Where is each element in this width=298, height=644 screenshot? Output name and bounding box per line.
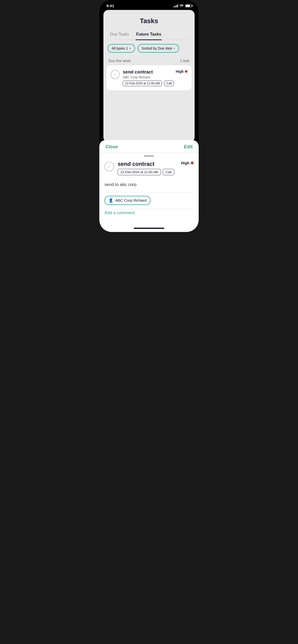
priority-dot-icon xyxy=(191,162,194,164)
sheet-date-tag: 22-Feb-2024 at 11:00 AM xyxy=(118,169,161,175)
close-button[interactable]: Close xyxy=(105,144,118,150)
task-checkbox[interactable]: ✓ xyxy=(111,70,120,79)
person-icon: 👤 xyxy=(109,198,113,203)
tab-due-tasks[interactable]: Due Tasks xyxy=(110,30,129,40)
signal-icon xyxy=(173,4,178,7)
status-bar: 9:41 xyxy=(99,0,199,10)
tabs-row: Due Tasks Future Tasks xyxy=(109,30,189,40)
status-icons xyxy=(173,4,192,8)
contact-chip[interactable]: 👤 ABC Corp Richard xyxy=(104,196,151,205)
sheet-task-title: send contract xyxy=(118,161,154,167)
priority-dot-icon xyxy=(185,70,187,73)
filter-row: All types 1 ▾ Sorted by Due date ▾ xyxy=(103,44,195,57)
contact-name: ABC Corp Richard xyxy=(115,198,146,202)
add-comment-button[interactable]: Add a comment xyxy=(104,209,194,221)
sheet-task-info: send contract High 22-Feb-2024 at 11:00 … xyxy=(118,161,194,175)
task-date-tag: 22-Feb-2024 at 11:00 AM xyxy=(123,81,162,86)
home-bar xyxy=(134,228,164,229)
task-priority: High xyxy=(176,69,187,74)
sheet-bottom-divider xyxy=(104,192,194,192)
task-company: ABC Corp Richard xyxy=(123,75,187,79)
wifi-icon xyxy=(180,4,184,8)
sheet-tags: 22-Feb-2024 at 11:00 AM Call xyxy=(118,169,194,175)
time-display: 9:41 xyxy=(106,4,114,8)
battery-icon xyxy=(185,4,192,7)
home-indicator xyxy=(99,226,199,232)
section-count: 1 task xyxy=(180,59,189,63)
type-filter-button[interactable]: All types 1 ▾ xyxy=(107,44,135,53)
task-title: send contract xyxy=(123,69,153,75)
task-type-tag: Call xyxy=(164,81,174,86)
sort-filter-button[interactable]: Sorted by Due date ▾ xyxy=(138,44,179,53)
sheet-checkbox[interactable]: ✓ xyxy=(104,162,114,171)
check-icon: ✓ xyxy=(114,72,117,77)
task-card[interactable]: ✓ send contract High ABC Corp Richard xyxy=(106,65,192,90)
page-title: Tasks xyxy=(109,17,189,25)
chevron-down-icon: ▾ xyxy=(129,47,131,50)
sheet-action-row: Close Edit xyxy=(99,140,199,153)
task-content: send contract High ABC Corp Richard 22-F… xyxy=(123,69,187,86)
drag-handle[interactable] xyxy=(144,155,154,157)
chevron-down-icon: ▾ xyxy=(173,47,175,50)
tasks-panel: Tasks Due Tasks Future Tasks All types 1… xyxy=(103,10,195,142)
sheet-priority: High xyxy=(181,161,194,165)
section-header: Due this week 1 task xyxy=(103,57,195,65)
sheet-content: ✓ send contract High 22-Feb-2024 at 11:0… xyxy=(99,161,199,226)
sheet-type-tag: Call xyxy=(163,169,174,175)
check-icon: ✓ xyxy=(107,164,111,169)
tab-future-tasks[interactable]: Future Tasks xyxy=(136,30,161,40)
bottom-sheet: Close Edit ✓ send contract High xyxy=(99,140,199,232)
sheet-divider xyxy=(99,153,199,153)
section-label: Due this week xyxy=(109,59,131,63)
edit-button[interactable]: Edit xyxy=(184,144,193,150)
task-tags: 22-Feb-2024 at 11:00 AM Call xyxy=(123,81,187,86)
sheet-description: send to abc corp xyxy=(104,178,194,192)
sheet-task-row: ✓ send contract High 22-Feb-2024 at 11:0… xyxy=(104,161,194,175)
